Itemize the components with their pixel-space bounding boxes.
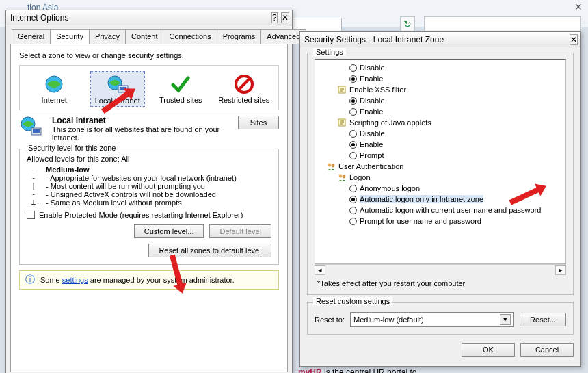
radio-icon [349,97,357,105]
radio-icon [349,141,357,149]
radio-icon [349,130,357,138]
users-icon [337,172,347,182]
search-bar[interactable] [424,16,581,31]
reset-group: Reset custom settings Reset to: Medium-l… [307,302,574,335]
script-icon [337,118,347,127]
tree-radio-option[interactable]: Automatic logon with current user name a… [317,205,564,216]
tree-heading: Enable XSS filter [317,84,564,95]
tab-programs[interactable]: Programs [217,29,262,44]
tree-radio-option[interactable]: Anonymous logon [317,183,564,194]
svg-point-13 [339,175,343,178]
tab-connections[interactable]: Connections [163,29,217,44]
reset-all-zones-button[interactable]: Reset all zones to default level [148,244,271,257]
zone-list: Internet Local intranet Trusted sites Re… [19,65,279,110]
script-icon [337,85,347,94]
close-icon[interactable]: ✕ [574,1,583,12]
zone-restricted-sites[interactable]: Restricted sites [217,71,271,107]
protected-mode-checkbox[interactable]: Enable Protected Mode (requires restarti… [27,211,271,219]
internet-options-dialog: Internet Options ? ✕ General Security Pr… [5,10,293,373]
zone-trusted-sites[interactable]: Trusted sites [153,71,208,107]
prohibited-icon [218,73,270,96]
svg-line-5 [239,79,250,90]
tree-radio-option[interactable]: Enable [317,106,564,117]
scroll-right-icon[interactable]: ▸ [555,265,566,275]
tree-radio-option[interactable]: Prompt for user name and password [317,216,564,227]
tab-general[interactable]: General [12,29,51,44]
default-level-button: Default level [209,224,271,238]
svg-point-11 [328,164,332,167]
allowed-levels-label: Allowed levels for this zone: All [27,155,271,163]
tab-strip: General Security Privacy Content Connect… [6,25,292,44]
zone-description: Local intranet This zone is for all webs… [19,116,279,142]
security-level-group: Security level for this zone Allowed lev… [19,149,279,265]
globe-computer-icon [92,73,143,97]
reset-to-label: Reset to: [315,316,345,324]
zone-desc-title: Local intranet [52,116,106,125]
dialog-title: Security Settings - Local Intranet Zone [304,35,444,44]
chevron-down-icon: ▾ [500,314,511,325]
refresh-icon[interactable]: ↻ [400,16,415,31]
help-icon[interactable]: ? [271,12,278,23]
level-bullet: - Most content will be run without promp… [46,182,271,190]
cancel-button[interactable]: Cancel [520,343,574,357]
svg-point-12 [332,164,335,168]
tab-panel-security: Select a zone to view or change security… [10,44,288,372]
level-name: Medium-low [46,166,90,174]
dialog-titlebar[interactable]: Internet Options ? ✕ [6,10,292,25]
tree-radio-option[interactable]: Disable [317,62,564,73]
info-icon: ⓘ [25,274,35,286]
globe-computer-icon [19,116,45,142]
zone-local-intranet[interactable]: Local intranet [90,71,145,107]
tree-heading: User Authentication [317,161,564,172]
settings-group: Settings DisableEnableEnable XSS filterD… [307,53,574,295]
zone-desc-body: This zone is for all websites that are f… [52,125,219,142]
tab-privacy[interactable]: Privacy [89,29,126,44]
radio-icon [349,218,357,225]
radio-icon [349,75,357,83]
tree-heading: Logon [317,172,564,183]
tree-radio-option[interactable]: Enable [317,139,564,150]
scroll-left-icon[interactable]: ◂ [315,265,325,275]
zone-prompt: Select a zone to view or change security… [19,51,279,60]
ok-button[interactable]: OK [462,343,515,357]
close-icon[interactable]: ✕ [281,12,289,23]
scrollbar[interactable]: ◂ ▸ [315,264,566,275]
dialog-title: Internet Options [10,13,68,23]
globe-icon [28,73,80,96]
close-icon[interactable]: ✕ [570,34,578,45]
zone-internet[interactable]: Internet [27,71,81,107]
tree-radio-option[interactable]: Automatic logon only in Intranet zone [317,194,564,205]
radio-icon [349,196,357,203]
dialog-titlebar[interactable]: Security Settings - Local Intranet Zone … [300,32,580,47]
security-settings-dialog: Security Settings - Local Intranet Zone … [299,31,581,367]
level-bullet: - Same as Medium level without prompts [46,198,271,207]
radio-icon [349,207,357,214]
checkbox-icon [27,211,35,219]
svg-rect-3 [120,87,126,90]
tree-heading: Scripting of Java applets [317,117,564,128]
page-content-fragment: myHR is the central HR portal to [298,368,581,373]
settings-link[interactable]: settings [62,276,88,284]
settings-tree[interactable]: DisableEnableEnable XSS filterDisableEna… [315,59,566,264]
sites-button[interactable]: Sites [238,116,279,129]
reset-to-select[interactable]: Medium-low (default) ▾ [350,312,514,327]
radio-icon [349,108,357,116]
admin-info-bar: ⓘ Some settings are managed by your syst… [19,270,279,290]
tree-radio-option[interactable]: Disable [317,128,564,139]
custom-level-button[interactable]: Custom level... [134,224,204,238]
tab-content[interactable]: Content [125,29,164,44]
restart-note: *Takes effect after you restart your com… [317,279,563,287]
level-bullet: - Unsigned ActiveX controls will not be … [46,190,271,198]
reset-button[interactable]: Reset... [520,313,566,326]
radio-icon [349,185,357,192]
checkmark-icon [155,73,206,96]
level-bullet: - Appropriate for websites on your local… [46,174,271,182]
tab-security[interactable]: Security [50,29,90,44]
radio-icon [349,152,357,159]
tree-radio-option[interactable]: Enable [317,73,564,84]
tree-radio-option[interactable]: Disable [317,95,564,106]
security-slider[interactable]: --|--⊥- [27,166,40,207]
svg-rect-8 [33,129,40,133]
radio-icon [349,64,357,72]
tree-radio-option[interactable]: Prompt [317,150,564,161]
